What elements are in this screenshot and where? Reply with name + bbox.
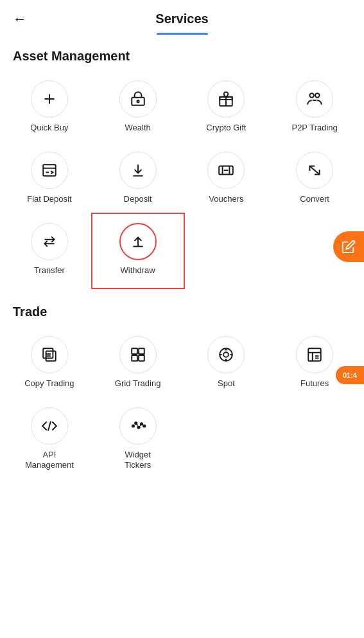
deposit-icon-circle [119, 152, 157, 189]
section-divider [0, 287, 364, 293]
transfer-item[interactable]: Transfer [5, 215, 94, 287]
spot-label: Spot [218, 378, 235, 389]
vouchers-icon-circle [207, 152, 245, 189]
withdraw-icon-circle [119, 223, 157, 260]
trade-grid: Copy Trading Grid Trading Spot [0, 328, 364, 482]
transfer-icon [41, 233, 58, 250]
wealth-item[interactable]: Wealth [94, 73, 182, 144]
deposit-label: Deposit [124, 194, 152, 205]
floating-edit-button[interactable] [333, 231, 364, 262]
api-management-item[interactable]: API Management [5, 400, 94, 482]
spot-icon [218, 346, 234, 363]
convert-item[interactable]: Convert [270, 144, 359, 215]
vouchers-icon [218, 162, 234, 179]
p2p-icon [306, 91, 323, 107]
spot-item[interactable]: Spot [182, 328, 271, 400]
plus-icon [41, 91, 58, 107]
svg-point-29 [224, 352, 229, 357]
p2p-label: P2P Trading [291, 123, 337, 134]
copy-trading-item[interactable]: Copy Trading [5, 328, 94, 400]
p2p-icon-circle [296, 80, 333, 118]
svg-point-3 [137, 100, 139, 102]
widget-icon-circle [119, 407, 157, 445]
floating-indicator[interactable]: 01:4 [336, 366, 364, 384]
gift-icon [218, 91, 234, 107]
spot-icon-circle [207, 336, 245, 373]
svg-rect-8 [43, 164, 56, 175]
copy-trading-label: Copy Trading [24, 378, 74, 389]
svg-rect-25 [139, 348, 144, 354]
asset-management-title: Asset Management [0, 37, 364, 73]
fiat-deposit-icon [41, 162, 58, 179]
wealth-icon-circle [119, 80, 157, 118]
grid-trading-item[interactable]: Grid Trading [94, 328, 182, 400]
fiat-deposit-item[interactable]: Fiat Deposit [5, 144, 94, 215]
quick-buy-icon-circle [31, 80, 68, 118]
svg-rect-30 [308, 348, 321, 361]
quick-buy-item[interactable]: Quick Buy [5, 73, 94, 144]
convert-icon-circle [296, 152, 333, 189]
title-underline [157, 33, 208, 35]
withdraw-item[interactable]: Withdraw [94, 215, 182, 287]
convert-label: Convert [300, 194, 329, 205]
svg-point-7 [315, 93, 320, 98]
wealth-icon [130, 91, 146, 107]
futures-icon [306, 346, 323, 363]
grid-trading-icon [130, 346, 146, 363]
indicator-text: 01:4 [343, 371, 357, 379]
edit-icon [342, 240, 356, 254]
api-label: API Management [25, 450, 74, 472]
transfer-label: Transfer [34, 265, 65, 276]
fiat-deposit-label: Fiat Deposit [27, 194, 71, 205]
svg-rect-26 [132, 355, 137, 361]
page-title: Services [155, 12, 208, 26]
withdraw-icon [130, 233, 146, 250]
vouchers-item[interactable]: Vouchers [182, 144, 271, 215]
header: ← Services [0, 0, 364, 33]
back-button[interactable]: ← [13, 11, 27, 28]
withdraw-label: Withdraw [121, 265, 155, 276]
svg-point-6 [310, 93, 315, 98]
svg-rect-24 [132, 348, 137, 354]
futures-icon-circle [296, 336, 333, 373]
grid-trading-label: Grid Trading [115, 378, 161, 389]
asset-management-grid: Quick Buy Wealth Crypto Gift [0, 73, 364, 287]
widget-label: Widget Tickers [125, 450, 151, 472]
transfer-icon-circle [31, 223, 68, 260]
copy-trading-icon [41, 346, 58, 363]
crypto-gift-icon-circle [207, 80, 245, 118]
widget-icon [130, 418, 146, 434]
futures-label: Futures [300, 378, 329, 389]
quick-buy-label: Quick Buy [30, 123, 68, 134]
grid-trading-icon-circle [119, 336, 157, 373]
svg-rect-27 [139, 355, 144, 361]
crypto-gift-label: Crypto Gift [206, 123, 246, 134]
copy-trading-icon-circle [31, 336, 68, 373]
api-icon-circle [31, 407, 68, 445]
svg-line-35 [48, 421, 51, 430]
widget-tickers-item[interactable]: Widget Tickers [94, 400, 182, 482]
deposit-icon [130, 162, 146, 179]
fiat-deposit-icon-circle [31, 152, 68, 189]
crypto-gift-item[interactable]: Crypto Gift [182, 73, 271, 144]
vouchers-label: Vouchers [209, 194, 243, 205]
wealth-label: Wealth [125, 123, 151, 134]
p2p-trading-item[interactable]: P2P Trading [270, 73, 359, 144]
trade-title: Trade [0, 293, 364, 328]
futures-item[interactable]: Futures [270, 328, 359, 400]
api-icon [41, 418, 58, 434]
deposit-item[interactable]: Deposit [94, 144, 182, 215]
convert-icon [306, 162, 323, 179]
svg-rect-2 [132, 98, 144, 105]
svg-line-15 [310, 166, 320, 174]
